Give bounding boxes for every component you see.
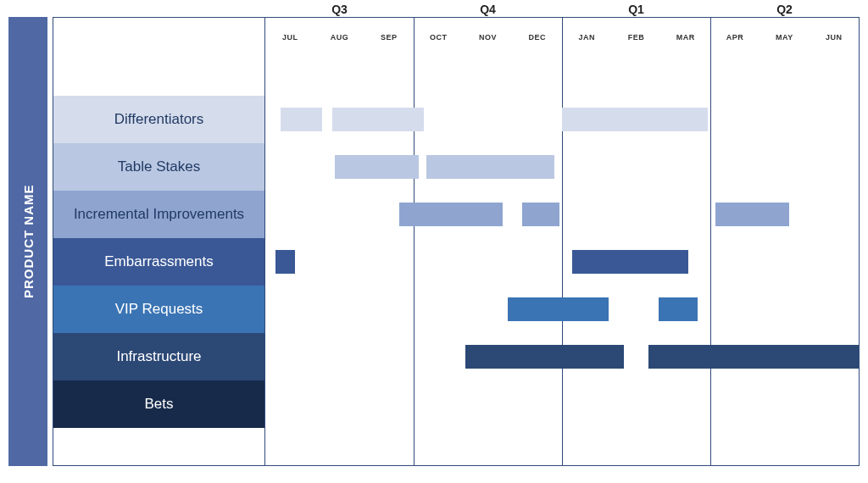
- month-label: DEC: [513, 33, 562, 42]
- month-label: NOV: [463, 33, 512, 42]
- gantt-bar: [715, 203, 790, 226]
- category-label: Embarrassments: [53, 238, 264, 286]
- month-label: JUL: [265, 33, 314, 42]
- gantt-bar: [465, 345, 624, 369]
- category-track: [265, 96, 859, 143]
- product-name-side-label: PRODUCT NAME: [8, 17, 47, 466]
- month-label: MAY: [760, 33, 809, 42]
- category-label: Table Stakes: [53, 143, 264, 191]
- month-label: MAR: [661, 33, 710, 42]
- month-label: JUN: [810, 33, 859, 42]
- category-column: DifferentiatorsTable StakesIncremental I…: [53, 18, 265, 465]
- gantt-bar: [332, 108, 424, 131]
- category-track: [265, 333, 859, 380]
- category-label: VIP Requests: [53, 286, 264, 333]
- bars-layer: [265, 96, 859, 465]
- category-label: Incremental Improvements: [53, 191, 264, 238]
- chart-grid: Q3 Q4 Q1 Q2 DifferentiatorsTable StakesI…: [53, 17, 860, 466]
- gantt-bar: [335, 155, 419, 179]
- month-label: FEB: [611, 33, 660, 42]
- gantt-bar: [281, 108, 323, 131]
- gantt-bar: [522, 203, 559, 226]
- category-track: [265, 143, 859, 191]
- category-track: [265, 238, 859, 286]
- quarter-label: Q2: [710, 3, 859, 16]
- quarter-label: Q4: [414, 3, 562, 16]
- timeline-area: JULAUGSEPOCTNOVDECJANFEBMARAPRMAYJUN: [265, 18, 859, 465]
- gantt-bar: [399, 203, 504, 226]
- gantt-roadmap-chart: PRODUCT NAME Q3 Q4 Q1 Q2 Differentiators…: [8, 17, 860, 466]
- gantt-bar: [275, 250, 295, 274]
- month-label: JAN: [562, 33, 611, 42]
- category-label: Bets: [53, 380, 264, 428]
- gantt-bar: [508, 297, 609, 321]
- quarter-header-row: Q3 Q4 Q1 Q2: [265, 3, 859, 16]
- month-label: SEP: [364, 33, 414, 42]
- month-label: AUG: [314, 33, 364, 42]
- gantt-bar: [572, 250, 688, 274]
- category-label: Differentiators: [53, 96, 264, 143]
- month-label: APR: [710, 33, 760, 42]
- category-label: Infrastructure: [53, 333, 264, 380]
- category-track: [265, 286, 859, 333]
- quarter-label: Q3: [265, 3, 414, 16]
- gantt-bar: [562, 108, 708, 131]
- gantt-bar: [659, 297, 698, 321]
- month-label: OCT: [414, 33, 463, 42]
- gantt-bar: [426, 155, 555, 179]
- gantt-bar: [648, 345, 859, 369]
- category-track: [265, 380, 859, 428]
- category-track: [265, 191, 859, 238]
- quarter-label: Q1: [562, 3, 710, 16]
